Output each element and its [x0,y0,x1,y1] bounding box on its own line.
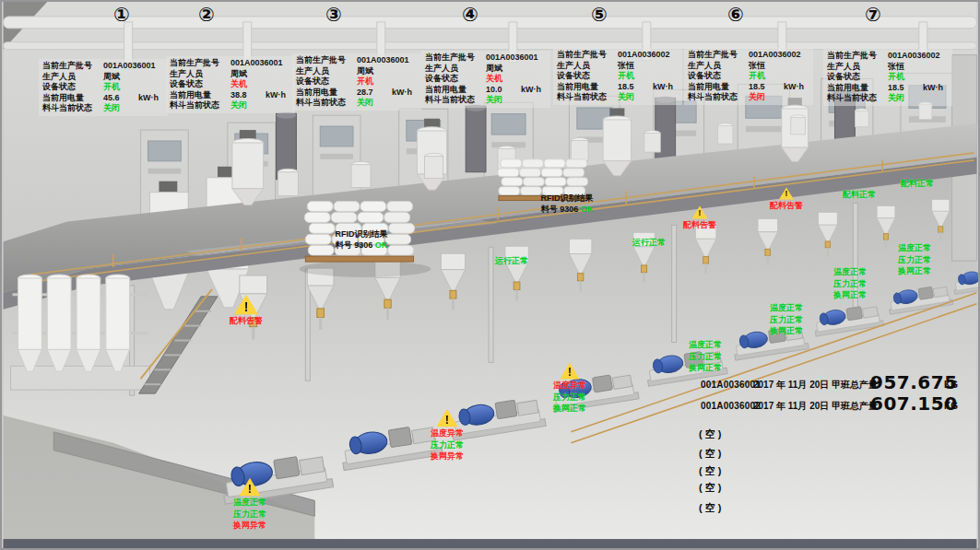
warning-triangle-icon[interactable]: ! [234,294,258,315]
power-unit-label: kW·h [266,90,286,101]
status-text: 温度异常 [553,380,586,392]
rfid-title: RFID识别结果 [313,229,409,240]
power-unit-label: kW·h [392,88,412,99]
rfid-item-line: 料号 9306 OK [519,205,615,216]
status-label-group: 配料正常 [843,190,876,201]
summary-unit: KG [944,380,958,390]
field-label: 设备状态 [688,71,721,82]
panel-row: 设备状态开机 [557,71,679,82]
field-label: 生产人员 [557,61,590,72]
warning-triangle-icon[interactable]: ! [240,477,261,497]
alarm-group: !温度异常压力正常换网异常 [419,408,476,462]
station-number: ① [113,5,130,24]
summary-row: 001A0036002 2017 年 11月 20日 甲班总产量 607.150… [690,399,980,423]
field-label: 料斗当前状态 [42,103,92,114]
panel-row: 料斗当前状态关闭 [557,92,679,103]
field-value: 18.5 [618,82,634,93]
field-value: 001A0036001 [357,55,409,66]
field-value: 开机 [618,71,634,82]
field-value: 关闭 [888,93,904,104]
status-label-group: 温度正常压力正常换网正常 [833,267,867,301]
status-text: 温度正常 [770,303,803,314]
field-label: 料斗当前状态 [170,100,219,111]
station-status-panel: 当前生产批号001A0036001生产人员周斌设备状态关机当前用电量38.8kW… [166,56,295,113]
panel-row: 当前生产批号001A0036002 [688,50,809,61]
status-text: 压力正常 [553,392,586,404]
field-value: 001A0036001 [486,53,538,64]
station-number: ⑦ [865,5,881,24]
field-label: 设备状态 [170,79,203,90]
summary-date-label: 2017 年 11月 20日 甲班总产量 [753,379,878,392]
power-unit-label: kW·h [653,82,673,93]
field-label: 料斗当前状态 [688,92,738,103]
field-value: 周斌 [230,69,247,80]
field-value: 周斌 [103,72,120,83]
status-text: 温度异常 [431,428,464,439]
status-label-group: 运行正常 [632,238,666,249]
field-value: 开机 [888,72,904,83]
status-label-group: 温度正常压力正常换网正常 [689,340,722,374]
status-text: 配料告警 [683,220,716,231]
power-unit-label: kW·h [521,85,541,96]
panel-row: 当前用电量38.8kW·h [170,90,291,101]
summary-batch: 001A0036001 [701,380,761,390]
panel-row: 生产人员周斌 [170,69,291,80]
field-value: 关机 [486,74,502,85]
station-status-panel: 当前生产批号001A0036002生产人员张恒设备状态开机当前用电量18.5kW… [553,48,682,105]
field-value: 关闭 [357,98,373,109]
panel-row: 当前生产批号001A0036001 [42,61,164,72]
panel-row: 设备状态关机 [425,74,547,85]
summary-empty-row: ( 空 ) [699,481,721,495]
rfid-ok-status: OK [372,240,387,250]
station-status-panel: 当前生产批号001A0036002生产人员张恒设备状态开机当前用电量18.5kW… [823,49,952,106]
field-value: 关闭 [486,95,502,106]
status-text: 温度正常 [233,497,266,509]
field-label: 当前生产批号 [170,58,219,69]
field-label: 当前用电量 [827,83,868,94]
field-label: 生产人员 [827,62,860,73]
panel-row: 生产人员周斌 [296,66,418,77]
field-label: 当前生产批号 [425,53,475,64]
field-label: 设备状态 [557,71,590,82]
hmi-screen: 001A0036001 2017 年 11月 20日 甲班总产量 957.675… [0,0,980,550]
rfid-item-number: 料号 9306 [336,240,373,250]
field-label: 设备状态 [827,72,860,83]
alarm-group: !温度正常压力正常换网异常 [221,477,278,532]
field-value: 周斌 [357,66,373,77]
panel-row: 当前生产批号001A0036002 [557,50,679,61]
field-value: 开机 [749,71,765,82]
field-label: 生产人员 [42,72,76,83]
panel-row: 当前生产批号001A0036002 [827,51,949,62]
field-value: 关闭 [749,92,765,103]
field-label: 当前用电量 [688,82,729,93]
status-text: 配料告警 [770,201,803,212]
field-label: 设备状态 [42,82,76,93]
panel-row: 生产人员张恒 [688,61,809,72]
field-label: 设备状态 [425,74,458,85]
panel-row: 当前生产批号001A0036001 [296,55,418,66]
field-value: 关闭 [230,100,247,111]
status-text: 配料正常 [901,179,934,190]
warning-triangle-icon[interactable]: ! [561,362,580,380]
status-label-group: 配料正常 [901,179,934,190]
field-label: 当前用电量 [425,85,466,96]
field-label: 当前用电量 [170,90,211,101]
alarm-group: !温度异常压力正常换网正常 [541,362,598,415]
warning-triangle-icon[interactable]: ! [779,187,794,200]
panel-row: 当前生产批号001A0036001 [170,58,291,69]
field-label: 当前生产批号 [296,55,346,66]
field-value: 10.0 [486,85,502,96]
status-label-group: 运行正常 [495,256,528,267]
status-text: 换网正常 [770,326,803,337]
field-value: 18.5 [749,82,765,93]
field-value: 张恒 [749,61,765,72]
warning-triangle-icon[interactable]: ! [437,408,458,427]
field-value: 001A0036002 [888,51,940,62]
field-label: 料斗当前状态 [425,95,475,106]
warning-triangle-icon[interactable]: ! [692,205,708,219]
field-label: 生产人员 [425,64,458,75]
status-text: 配料告警 [230,316,263,327]
panel-row: 生产人员张恒 [827,62,949,73]
station-number: ③ [325,5,342,24]
panel-row: 当前用电量45.6kW·h [42,93,164,104]
